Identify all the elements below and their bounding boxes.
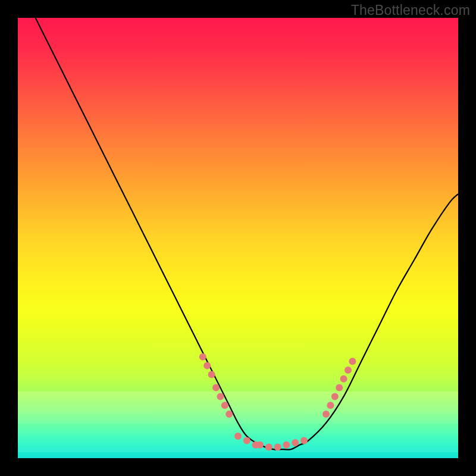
data-point [234, 433, 242, 440]
data-point [345, 367, 352, 374]
data-point [349, 358, 356, 365]
data-point [265, 444, 273, 451]
data-point [292, 439, 299, 446]
data-point [203, 362, 211, 369]
bottleneck-curve-path [36, 18, 458, 450]
watermark-text: TheBottleneck.com [351, 2, 470, 18]
data-point [300, 437, 308, 444]
data-point [243, 437, 250, 444]
data-point [327, 402, 334, 409]
data-point [226, 411, 233, 418]
curve-svg [18, 18, 458, 458]
data-point [274, 444, 281, 451]
data-point [283, 441, 290, 449]
data-point [208, 371, 215, 378]
data-point [336, 384, 343, 392]
highlight-dots [199, 353, 356, 451]
data-point [221, 402, 228, 409]
data-point [199, 353, 206, 361]
data-point [340, 375, 347, 383]
data-point [256, 441, 264, 449]
data-point [212, 384, 220, 392]
data-point [331, 393, 339, 400]
data-point [217, 393, 224, 400]
chart-area [18, 18, 458, 458]
data-point [322, 411, 330, 418]
